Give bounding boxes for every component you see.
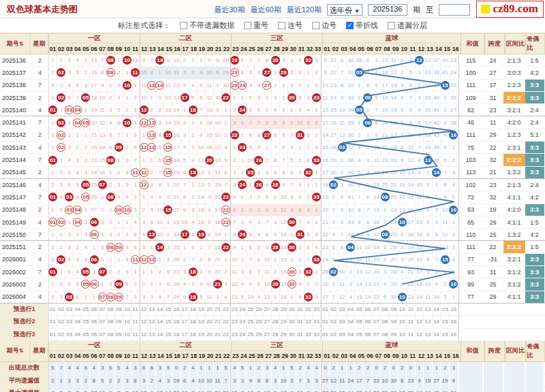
preselect-red-cell[interactable]: 15 (164, 304, 172, 315)
preselect-red-cell[interactable]: 03 (65, 316, 74, 327)
preselect-red-cell[interactable]: 22 (222, 316, 230, 327)
preselect-blue-cell[interactable]: 12 (416, 316, 424, 327)
preselect-blue-cell[interactable]: 10 (398, 329, 407, 340)
preselect-red-cell[interactable]: 22 (222, 329, 230, 340)
preselect-row[interactable]: 预选行2010203040506070809101112131415161718… (0, 316, 545, 328)
filter-option-5[interactable]: ✓带折线 (346, 20, 378, 31)
preselect-blue-cell[interactable]: 14 (433, 316, 441, 327)
preselect-red-cell[interactable]: 06 (90, 304, 98, 315)
preselect-blue-cell[interactable]: 02 (330, 329, 339, 340)
filter-option-2[interactable]: 重号 (244, 20, 268, 31)
preselect-blue-cell[interactable]: 01 (321, 304, 330, 315)
preselect-blue-cell[interactable]: 07 (373, 304, 382, 315)
preselect-red-cell[interactable]: 08 (107, 304, 115, 315)
year-select[interactable]: 选年份 ▼ (327, 4, 362, 16)
preselect-blue-cell[interactable]: 11 (407, 304, 416, 315)
preselect-red-cell[interactable]: 24 (238, 304, 247, 315)
checkbox-icon[interactable] (180, 22, 187, 29)
filter-option-3[interactable]: 连号 (278, 20, 302, 31)
preselect-red-cell[interactable]: 19 (198, 316, 206, 327)
preselect-blue-cell[interactable]: 11 (407, 316, 416, 327)
checkbox-icon[interactable] (244, 22, 251, 29)
preselect-red-cell[interactable]: 25 (247, 304, 255, 315)
preselect-red-cell[interactable]: 29 (280, 329, 288, 340)
preselect-red-cell[interactable]: 32 (305, 304, 313, 315)
preselect-red-cell[interactable]: 01 (49, 329, 57, 340)
preselect-blue-cell[interactable]: 04 (347, 329, 356, 340)
preselect-red-cell[interactable]: 04 (74, 329, 82, 340)
preselect-red-cell[interactable]: 25 (247, 316, 255, 327)
preselect-red-cell[interactable]: 02 (57, 329, 65, 340)
preselect-red-cell[interactable]: 08 (107, 329, 115, 340)
preselect-blue-cell[interactable]: 04 (347, 304, 356, 315)
preselect-red-cell[interactable]: 24 (238, 329, 247, 340)
preselect-blue-cell[interactable]: 12 (416, 329, 424, 340)
preselect-red-cell[interactable]: 27 (263, 316, 271, 327)
preselect-red-cell[interactable]: 12 (140, 304, 148, 315)
preselect-blue-cell[interactable]: 07 (373, 329, 382, 340)
link-recent-60[interactable]: 最近60期 (250, 5, 281, 15)
preselect-blue-cell[interactable]: 03 (338, 329, 347, 340)
preselect-red-cell[interactable]: 10 (123, 304, 131, 315)
preselect-red-cell[interactable]: 21 (214, 304, 222, 315)
preselect-blue-cell[interactable]: 06 (364, 329, 373, 340)
preselect-red-cell[interactable]: 26 (255, 329, 263, 340)
sort-icon[interactable]: ⇅ (19, 41, 24, 47)
preselect-blue-cell[interactable]: 13 (424, 304, 433, 315)
preselect-blue-cell[interactable]: 05 (355, 316, 364, 327)
preselect-red-cell[interactable]: 09 (115, 304, 123, 315)
preselect-red-cell[interactable]: 14 (156, 316, 164, 327)
preselect-blue-cell[interactable]: 16 (450, 316, 458, 327)
preselect-blue-cell[interactable]: 10 (398, 304, 407, 315)
preselect-red-cell[interactable]: 21 (214, 329, 222, 340)
sort-icon[interactable]: ⇅ (19, 348, 24, 354)
filter-option-1[interactable]: 不带遗漏数据 (180, 20, 234, 31)
preselect-red-cell[interactable]: 07 (99, 304, 107, 315)
preselect-blue-cell[interactable]: 06 (364, 316, 373, 327)
preselect-red-cell[interactable]: 11 (131, 316, 140, 327)
preselect-red-cell[interactable]: 25 (247, 329, 255, 340)
preselect-red-cell[interactable]: 05 (82, 329, 90, 340)
preselect-red-cell[interactable]: 26 (255, 304, 263, 315)
preselect-red-cell[interactable]: 03 (65, 304, 74, 315)
period-input-2[interactable] (439, 4, 470, 16)
preselect-red-cell[interactable]: 18 (189, 329, 198, 340)
preselect-red-cell[interactable]: 02 (57, 316, 65, 327)
preselect-red-cell[interactable]: 33 (313, 316, 321, 327)
period-input[interactable]: 2025136 (368, 4, 407, 16)
preselect-red-cell[interactable]: 10 (123, 316, 131, 327)
filter-option-4[interactable]: 边号 (312, 20, 337, 31)
preselect-red-cell[interactable]: 19 (198, 329, 206, 340)
preselect-blue-cell[interactable]: 08 (381, 304, 390, 315)
preselect-red-cell[interactable]: 16 (172, 316, 181, 327)
preselect-red-cell[interactable]: 30 (288, 329, 296, 340)
preselect-red-cell[interactable]: 01 (49, 304, 57, 315)
preselect-red-cell[interactable]: 05 (82, 316, 90, 327)
preselect-blue-cell[interactable]: 15 (441, 316, 450, 327)
preselect-red-cell[interactable]: 07 (99, 316, 107, 327)
preselect-blue-cell[interactable]: 13 (424, 329, 433, 340)
checkbox-icon[interactable]: ✓ (346, 22, 354, 29)
preselect-blue-cell[interactable]: 09 (390, 329, 399, 340)
preselect-red-cell[interactable]: 19 (198, 304, 206, 315)
preselect-red-cell[interactable]: 16 (172, 329, 181, 340)
preselect-red-cell[interactable]: 06 (90, 316, 98, 327)
preselect-red-cell[interactable]: 33 (313, 304, 321, 315)
preselect-red-cell[interactable]: 17 (181, 316, 189, 327)
preselect-blue-cell[interactable]: 03 (338, 304, 347, 315)
preselect-red-cell[interactable]: 14 (156, 329, 164, 340)
preselect-blue-cell[interactable]: 05 (355, 329, 364, 340)
preselect-red-cell[interactable]: 10 (123, 329, 131, 340)
preselect-red-cell[interactable]: 31 (296, 304, 305, 315)
preselect-blue-cell[interactable]: 16 (450, 329, 458, 340)
preselect-red-cell[interactable]: 20 (206, 304, 214, 315)
preselect-blue-cell[interactable]: 08 (381, 316, 390, 327)
preselect-red-cell[interactable]: 23 (230, 316, 238, 327)
preselect-blue-cell[interactable]: 14 (433, 304, 441, 315)
preselect-red-cell[interactable]: 05 (82, 304, 90, 315)
preselect-red-cell[interactable]: 06 (90, 329, 98, 340)
preselect-red-cell[interactable]: 26 (255, 316, 263, 327)
filter-option-6[interactable]: 遗漏分层 (388, 20, 427, 31)
preselect-red-cell[interactable]: 12 (140, 316, 148, 327)
preselect-row[interactable]: 预选行1010203040506070809101112131415161718… (0, 304, 545, 316)
